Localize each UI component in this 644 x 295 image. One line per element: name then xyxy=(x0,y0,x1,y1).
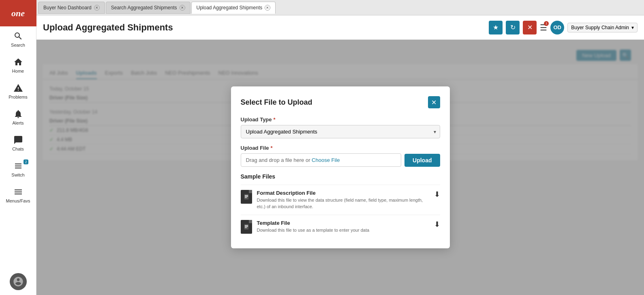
tab-bar: Buyer Neo Dashboard ✕ Search Aggregated … xyxy=(36,0,644,15)
file-document-icon xyxy=(244,194,249,200)
format-file-icon xyxy=(241,190,252,204)
sample-file-format: Format Description File Download this fi… xyxy=(241,185,440,215)
modal-close-icon: ✕ xyxy=(431,99,436,106)
sidebar-item-alerts[interactable]: Alerts xyxy=(0,104,36,130)
sample-file-template: Template File Download this file to use … xyxy=(241,215,440,239)
app-logo[interactable]: one xyxy=(0,0,36,26)
choose-file-link[interactable]: Choose File xyxy=(312,157,340,163)
template-file-icon xyxy=(241,220,252,234)
format-file-download-button[interactable]: ⬇ xyxy=(434,190,440,199)
chevron-down-icon: ▾ xyxy=(631,25,634,30)
user-initials: OD xyxy=(554,24,562,30)
sidebar-avatar[interactable] xyxy=(0,268,36,295)
close-icon: ✕ xyxy=(527,24,533,31)
upload-type-select[interactable]: Upload Aggregated Shipments xyxy=(241,125,440,138)
user-role-label: Buyer Supply Chain Admin xyxy=(571,25,629,30)
tab-upload-shipments-close[interactable]: ✕ xyxy=(265,5,270,11)
format-file-desc: Download this file to view the data stru… xyxy=(257,197,429,210)
modal-title: Select File to Upload xyxy=(241,98,312,107)
warning-icon xyxy=(13,83,23,93)
menu-icon xyxy=(13,187,23,197)
upload-type-label-text: Upload Type xyxy=(241,116,272,123)
tab-search-shipments[interactable]: Search Aggregated Shipments ✕ xyxy=(106,2,190,14)
sidebar-item-home-label: Home xyxy=(12,69,24,73)
download-icon: ⬇ xyxy=(434,190,440,199)
upload-type-label: Upload Type * xyxy=(241,116,440,123)
format-file-name: Format Description File xyxy=(257,190,429,196)
file-drop-area[interactable]: Drag and drop a file here or Choose File xyxy=(241,153,402,167)
user-avatar: OD xyxy=(550,21,564,34)
svg-rect-6 xyxy=(245,226,248,227)
modal-close-button[interactable]: ✕ xyxy=(428,96,440,108)
refresh-icon: ↻ xyxy=(510,24,516,31)
format-file-info: Format Description File Download this fi… xyxy=(257,190,429,210)
file-drop-text: Drag and drop a file here or xyxy=(246,157,310,163)
sidebar-item-switch-label: Switch xyxy=(11,172,24,177)
upload-file-label: Upload File * xyxy=(241,145,440,151)
upload-type-select-wrapper: Upload Aggregated Shipments ▾ xyxy=(241,125,440,138)
sidebar-item-switch[interactable]: 2 Switch xyxy=(0,156,36,182)
modal-header: Select File to Upload ✕ xyxy=(241,96,440,108)
tab-buyer-neo-label: Buyer Neo Dashboard xyxy=(43,5,92,11)
sidebar: one Search Home Problems Alerts Chats 2 xyxy=(0,0,36,295)
file-upload-row: Drag and drop a file here or Choose File… xyxy=(241,153,440,167)
tab-buyer-neo-close[interactable]: ✕ xyxy=(94,5,100,11)
template-file-name: Template File xyxy=(257,220,429,226)
svg-rect-3 xyxy=(245,197,247,198)
switch-badge: 2 xyxy=(24,159,28,164)
close-button[interactable]: ✕ xyxy=(523,21,537,34)
avatar-image xyxy=(10,273,27,290)
sidebar-item-search[interactable]: Search xyxy=(0,26,36,52)
template-file-desc: Download this file to use as a template … xyxy=(257,227,429,233)
menu-button[interactable]: ☰ 1 xyxy=(540,23,547,32)
sidebar-item-menus[interactable]: Menus/Favs xyxy=(0,182,36,208)
template-download-icon: ⬇ xyxy=(434,220,440,229)
star-button[interactable]: ★ xyxy=(489,21,503,34)
upload-type-required: * xyxy=(274,116,276,123)
menu-badge: 1 xyxy=(544,21,549,26)
sample-files-section: Sample Files Format Description File xyxy=(241,173,440,239)
sidebar-item-problems[interactable]: Problems xyxy=(0,78,36,104)
file-template-icon xyxy=(244,224,249,230)
tab-upload-shipments[interactable]: Upload Aggregated Shipments ✕ xyxy=(191,2,276,14)
home-icon xyxy=(13,57,23,67)
svg-rect-1 xyxy=(245,195,248,196)
svg-rect-7 xyxy=(245,227,247,228)
search-icon xyxy=(13,31,23,41)
page-title: Upload Aggregated Shipments xyxy=(43,22,489,33)
user-role-dropdown[interactable]: Buyer Supply Chain Admin ▾ xyxy=(567,23,638,32)
upload-file-label-text: Upload File xyxy=(241,145,269,151)
sidebar-item-chats-label: Chats xyxy=(12,146,24,151)
switch-icon xyxy=(13,161,23,171)
sidebar-item-search-label: Search xyxy=(11,43,25,47)
refresh-button[interactable]: ↻ xyxy=(506,21,520,34)
svg-rect-2 xyxy=(245,196,248,197)
chat-icon xyxy=(13,135,23,145)
modal-overlay: Select File to Upload ✕ Upload Type * Up… xyxy=(36,40,644,295)
logo-text: one xyxy=(11,8,25,19)
main-area: Buyer Neo Dashboard ✕ Search Aggregated … xyxy=(36,0,644,295)
tab-search-shipments-label: Search Aggregated Shipments xyxy=(111,5,177,11)
sidebar-item-home[interactable]: Home xyxy=(0,52,36,78)
sidebar-item-problems-label: Problems xyxy=(9,95,27,99)
tab-search-shipments-close[interactable]: ✕ xyxy=(180,5,185,11)
upload-btn-label: Upload xyxy=(413,157,432,164)
sample-files-title: Sample Files xyxy=(241,173,440,180)
bell-icon xyxy=(13,109,23,119)
sidebar-item-chats[interactable]: Chats xyxy=(0,130,36,156)
tab-upload-shipments-label: Upload Aggregated Shipments xyxy=(197,5,263,11)
upload-type-group: Upload Type * Upload Aggregated Shipment… xyxy=(241,116,440,138)
template-file-info: Template File Download this file to use … xyxy=(257,220,429,233)
content-area: New Upload 🔍 All Jobs Uploads Exports xyxy=(36,40,644,295)
sidebar-item-menus-label: Menus/Favs xyxy=(6,198,30,203)
choose-file-text: Choose File xyxy=(312,157,340,163)
tab-buyer-neo[interactable]: Buyer Neo Dashboard ✕ xyxy=(38,2,105,14)
upload-button[interactable]: Upload xyxy=(404,154,440,167)
star-icon: ★ xyxy=(493,24,499,31)
page-header: Upload Aggregated Shipments ★ ↻ ✕ ☰ 1 OD… xyxy=(36,15,644,40)
upload-modal: Select File to Upload ✕ Upload Type * Up… xyxy=(231,86,450,248)
upload-file-required: * xyxy=(271,145,273,151)
header-actions: ★ ↻ ✕ ☰ 1 OD Buyer Supply Chain Admin ▾ xyxy=(489,21,638,34)
template-file-download-button[interactable]: ⬇ xyxy=(434,220,440,229)
svg-rect-5 xyxy=(245,225,248,226)
